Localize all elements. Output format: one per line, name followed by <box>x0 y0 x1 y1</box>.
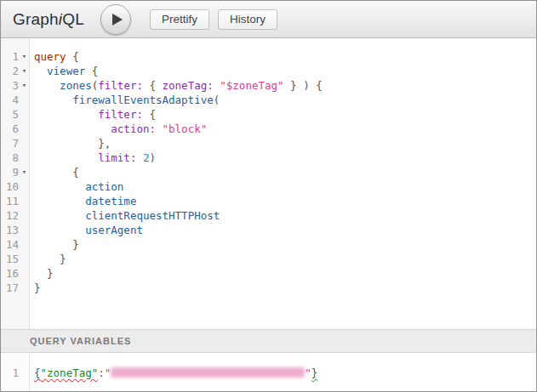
code-line[interactable]: 16 } <box>1 266 536 281</box>
code-token <box>34 94 72 106</box>
code-token <box>34 108 98 121</box>
fold-arrow-icon[interactable]: ▾ <box>19 64 30 78</box>
code-token: limit: <box>98 151 136 164</box>
fold-gutter-spacer <box>19 93 30 107</box>
code-token <box>34 122 111 135</box>
line-number: 9 <box>1 165 19 179</box>
line-number: 11 <box>1 194 19 208</box>
code-line[interactable]: 3▾ zones(filter: { zoneTag: "$zoneTag" }… <box>1 78 536 93</box>
code-line[interactable]: 11 datetime <box>1 194 536 208</box>
logo-text-pre: Graph <box>13 10 59 28</box>
code-token: : <box>98 366 105 379</box>
code-line[interactable]: 9▾ { <box>1 165 536 179</box>
fold-gutter-spacer <box>19 237 30 252</box>
line-number: 14 <box>1 237 19 252</box>
code-token: action <box>85 180 123 193</box>
fold-gutter-spacer <box>19 252 30 266</box>
fold-arrow-icon[interactable]: ▾ <box>19 49 30 64</box>
variables-code[interactable]: 1{"zoneTag":""} <box>1 353 536 380</box>
code-text: firewallEventsAdaptive( <box>30 93 220 107</box>
code-line[interactable]: 14 } <box>1 237 536 252</box>
code-text: }, <box>30 136 111 151</box>
line-number: 7 <box>1 136 19 151</box>
code-token <box>34 79 60 92</box>
code-token: } <box>34 281 41 294</box>
code-token: "zoneTag" <box>41 366 99 379</box>
code-token: viewer <box>47 65 85 77</box>
code-token: zones <box>60 79 92 92</box>
code-token: datetime <box>85 195 136 207</box>
code-token: " <box>305 366 311 379</box>
line-number: 2 <box>1 64 19 78</box>
code-token: "$zoneTag" <box>220 79 283 92</box>
history-button[interactable]: History <box>218 9 277 30</box>
code-line[interactable]: 8 limit: 2) <box>1 151 536 165</box>
code-token: query <box>34 50 66 63</box>
code-text: clientRequestHTTPHost <box>30 208 220 223</box>
code-text: viewer { <box>30 64 98 78</box>
line-number: 1 <box>1 49 19 64</box>
code-token: filter: <box>98 108 143 121</box>
query-code[interactable]: 1▾query {2▾ viewer {3▾ zones(filter: { z… <box>1 38 536 295</box>
code-token: { <box>34 166 79 179</box>
code-token: } <box>34 238 79 251</box>
code-line[interactable]: 12 clientRequestHTTPHost <box>1 208 536 223</box>
fold-gutter-spacer <box>19 107 30 122</box>
code-token: clientRequestHTTPHost <box>85 209 220 222</box>
code-line[interactable]: 13 userAgent <box>1 223 536 237</box>
line-number: 10 <box>1 179 19 194</box>
toolbar: GraphiQL Prettify History <box>1 1 536 38</box>
variables-editor[interactable]: 1{"zoneTag":""} <box>1 353 536 391</box>
code-line[interactable]: 17} <box>1 281 536 295</box>
code-line[interactable]: 6 action: "block" <box>1 122 536 136</box>
code-line[interactable]: 1▾query { <box>1 49 536 64</box>
code-text: action: "block" <box>30 122 207 136</box>
line-number: 15 <box>1 252 19 266</box>
graphiql-window: GraphiQL Prettify History 1▾query {2▾ vi… <box>0 0 537 392</box>
code-text: userAgent <box>30 223 143 237</box>
code-token <box>136 151 143 164</box>
line-number: 4 <box>1 93 19 107</box>
prettify-button[interactable]: Prettify <box>150 9 209 30</box>
code-line[interactable]: 4 firewallEventsAdaptive( <box>1 93 536 107</box>
code-line[interactable]: 10 action <box>1 179 536 194</box>
code-line[interactable]: 5 filter: { <box>1 107 536 122</box>
code-token: " <box>105 366 111 379</box>
query-variables-header[interactable]: QUERY VARIABLES <box>1 329 536 353</box>
line-number: 5 <box>1 107 19 122</box>
code-token <box>34 195 85 207</box>
line-number: 6 <box>1 122 19 136</box>
code-text: action <box>30 179 123 194</box>
fold-gutter-spacer <box>19 179 30 194</box>
code-token: ( <box>214 94 220 106</box>
code-token <box>34 65 47 77</box>
line-number: 17 <box>1 281 19 295</box>
code-token: filter: <box>98 79 143 92</box>
code-text: datetime <box>30 194 136 208</box>
code-line[interactable]: 15 } <box>1 252 536 266</box>
code-token: zoneTag: <box>163 79 214 92</box>
redacted-zone-tag <box>111 367 305 378</box>
fold-arrow-icon[interactable]: ▾ <box>19 165 30 179</box>
code-token <box>34 180 85 193</box>
code-line[interactable]: 2▾ viewer { <box>1 64 536 78</box>
code-text: } <box>30 252 66 266</box>
code-token: action: <box>111 122 156 135</box>
code-text: } <box>30 237 79 252</box>
line-number: 16 <box>1 266 19 281</box>
line-number: 13 <box>1 223 19 237</box>
fold-arrow-icon[interactable]: ▾ <box>19 78 30 93</box>
fold-gutter-spacer <box>19 366 30 380</box>
code-token <box>34 224 85 236</box>
code-line[interactable]: 1{"zoneTag":""} <box>1 366 536 380</box>
fold-gutter-spacer <box>19 281 30 295</box>
code-text: } <box>30 266 54 281</box>
fold-gutter-spacer <box>19 266 30 281</box>
code-text: query { <box>30 49 79 64</box>
code-token <box>34 209 85 222</box>
line-number: 1 <box>1 366 19 380</box>
query-editor[interactable]: 1▾query {2▾ viewer {3▾ zones(filter: { z… <box>1 38 536 329</box>
code-line[interactable]: 7 }, <box>1 136 536 151</box>
execute-query-button[interactable] <box>100 4 131 35</box>
fold-gutter-spacer <box>19 122 30 136</box>
